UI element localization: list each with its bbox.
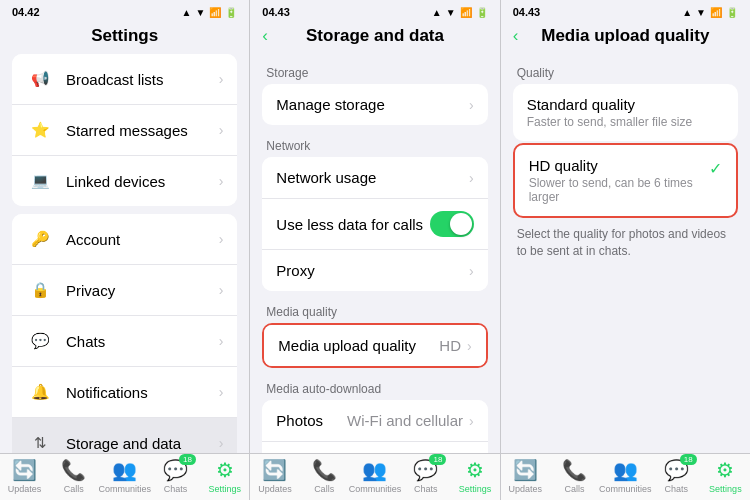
- updates-icon: 🔄: [12, 458, 37, 482]
- status-icons-3: ▲ ▼ 📶 🔋: [682, 7, 738, 18]
- linked-item[interactable]: 💻 Linked devices ›: [12, 156, 237, 206]
- storage-label: Storage and data: [66, 435, 219, 452]
- media-upload-value: HD: [439, 337, 461, 354]
- quality-description: Select the quality for photos and videos…: [501, 220, 750, 272]
- standard-quality-item[interactable]: Standard quality Faster to send, smaller…: [513, 84, 738, 141]
- account-icon: 🔑: [26, 225, 54, 253]
- status-icons-2: ▲ ▼ 📶 🔋: [432, 7, 488, 18]
- tab-settings-2[interactable]: ⚙ Settings: [450, 458, 499, 494]
- tab-updates-2[interactable]: 🔄 Updates: [250, 458, 299, 494]
- communities-icon: 👥: [112, 458, 137, 482]
- chats-tab-label-3: Chats: [664, 484, 688, 494]
- linked-label: Linked devices: [66, 173, 219, 190]
- tab-settings-3[interactable]: ⚙ Settings: [701, 458, 750, 494]
- storage-icon: ⇅: [26, 429, 54, 453]
- notifications-icon: 🔔: [26, 378, 54, 406]
- nav-header-2: ‹ Storage and data: [250, 22, 499, 54]
- storage-item[interactable]: ⇅ Storage and data ›: [12, 418, 237, 453]
- tab-calls-1[interactable]: 📞 Calls: [49, 458, 98, 494]
- network-usage-item[interactable]: Network usage ›: [262, 157, 487, 199]
- privacy-icon: 🔒: [26, 276, 54, 304]
- calls-icon-3: 📞: [562, 458, 587, 482]
- audio-item[interactable]: Audio Wi-Fi ›: [262, 442, 487, 453]
- hd-quality-item[interactable]: HD quality Slower to send, can be 6 time…: [515, 145, 736, 216]
- notifications-item[interactable]: 🔔 Notifications ›: [12, 367, 237, 418]
- less-data-item[interactable]: Use less data for calls: [262, 199, 487, 250]
- proxy-item[interactable]: Proxy ›: [262, 250, 487, 291]
- tab-chats-1[interactable]: 💬 18 Chats: [151, 458, 200, 494]
- communities-label-2: Communities: [349, 484, 402, 494]
- account-item[interactable]: 🔑 Account ›: [12, 214, 237, 265]
- tab-bar-2: 🔄 Updates 📞 Calls 👥 Communities 💬 18 Cha…: [250, 453, 499, 500]
- media-upload-label: Media upload quality: [278, 337, 439, 354]
- notifications-label: Notifications: [66, 384, 219, 401]
- standard-quality-title: Standard quality: [527, 96, 724, 113]
- chats-badge-container-2: 💬 18: [413, 458, 438, 482]
- settings-content: 📢 Broadcast lists › ⭐ Starred messages ›…: [0, 54, 249, 453]
- updates-label-2: Updates: [258, 484, 292, 494]
- privacy-item[interactable]: 🔒 Privacy ›: [12, 265, 237, 316]
- chats-badge: 18: [179, 454, 196, 465]
- photos-value: Wi-Fi and cellular: [347, 412, 463, 429]
- quality-section-label: Quality: [501, 54, 750, 84]
- status-bar-2: 04.43 ▲ ▼ 📶 🔋: [250, 0, 499, 22]
- tab-updates-3[interactable]: 🔄 Updates: [501, 458, 550, 494]
- standard-group: Standard quality Faster to send, smaller…: [513, 84, 738, 141]
- settings-panel: 04.42 ▲ ▼ 📶 🔋 Settings 📢 Broadcast lists…: [0, 0, 250, 500]
- media-download-label: Media auto-download: [250, 370, 499, 400]
- broadcast-icon: 📢: [26, 65, 54, 93]
- manage-storage-item[interactable]: Manage storage ›: [262, 84, 487, 125]
- hd-quality-sub: Slower to send, can be 6 times larger: [529, 176, 709, 204]
- communities-icon-2: 👥: [362, 458, 387, 482]
- chats-badge-3: 18: [680, 454, 697, 465]
- chats-item[interactable]: 💬 Chats ›: [12, 316, 237, 367]
- top-group: 📢 Broadcast lists › ⭐ Starred messages ›…: [12, 54, 237, 206]
- storage-title: Storage and data: [306, 26, 444, 46]
- calls-label-3: Calls: [564, 484, 584, 494]
- calls-label-2: Calls: [314, 484, 334, 494]
- back-button-2[interactable]: ‹: [262, 26, 268, 46]
- starred-item[interactable]: ⭐ Starred messages ›: [12, 105, 237, 156]
- linked-icon: 💻: [26, 167, 54, 195]
- hd-group: HD quality Slower to send, can be 6 time…: [513, 143, 738, 218]
- tab-settings-1[interactable]: ⚙ Settings: [200, 458, 249, 494]
- chats-tab-label: Chats: [164, 484, 188, 494]
- broadcast-label: Broadcast lists: [66, 71, 219, 88]
- settings-tab-icon-2: ⚙: [466, 458, 484, 482]
- chats-label: Chats: [66, 333, 219, 350]
- calls-icon-2: 📞: [312, 458, 337, 482]
- network-section-label: Network: [250, 127, 499, 157]
- media-upload-item[interactable]: Media upload quality HD ›: [264, 325, 485, 366]
- tab-calls-3[interactable]: 📞 Calls: [550, 458, 599, 494]
- less-data-toggle[interactable]: [430, 211, 474, 237]
- tab-calls-2[interactable]: 📞 Calls: [300, 458, 349, 494]
- nav-header-1: Settings: [0, 22, 249, 54]
- manage-storage-label: Manage storage: [276, 96, 469, 113]
- tab-communities-2[interactable]: 👥 Communities: [349, 458, 402, 494]
- updates-label-3: Updates: [508, 484, 542, 494]
- starred-icon: ⭐: [26, 116, 54, 144]
- privacy-label: Privacy: [66, 282, 219, 299]
- settings-title: Settings: [91, 26, 158, 46]
- updates-icon-2: 🔄: [262, 458, 287, 482]
- settings-tab-label: Settings: [208, 484, 241, 494]
- tab-chats-3[interactable]: 💬 18 Chats: [652, 458, 701, 494]
- broadcast-item[interactable]: 📢 Broadcast lists ›: [12, 54, 237, 105]
- time-3: 04.43: [513, 6, 541, 18]
- quality-checkmark: ✓: [709, 159, 722, 178]
- settings-tab-icon: ⚙: [216, 458, 234, 482]
- photos-label: Photos: [276, 412, 347, 429]
- chats-badge-2: 18: [429, 454, 446, 465]
- tab-bar-1: 🔄 Updates 📞 Calls 👥 Communities 💬 18 Cha…: [0, 453, 249, 500]
- hd-quality-title: HD quality: [529, 157, 709, 174]
- tab-communities-1[interactable]: 👥 Communities: [98, 458, 151, 494]
- starred-label: Starred messages: [66, 122, 219, 139]
- tab-updates-1[interactable]: 🔄 Updates: [0, 458, 49, 494]
- back-button-3[interactable]: ‹: [513, 26, 519, 46]
- communities-icon-3: 👥: [613, 458, 638, 482]
- tab-communities-3[interactable]: 👥 Communities: [599, 458, 652, 494]
- tab-chats-2[interactable]: 💬 18 Chats: [401, 458, 450, 494]
- photos-item[interactable]: Photos Wi-Fi and cellular ›: [262, 400, 487, 442]
- chats-badge-container: 💬 18: [163, 458, 188, 482]
- quality-panel: 04.43 ▲ ▼ 📶 🔋 ‹ Media upload quality Qua…: [501, 0, 750, 500]
